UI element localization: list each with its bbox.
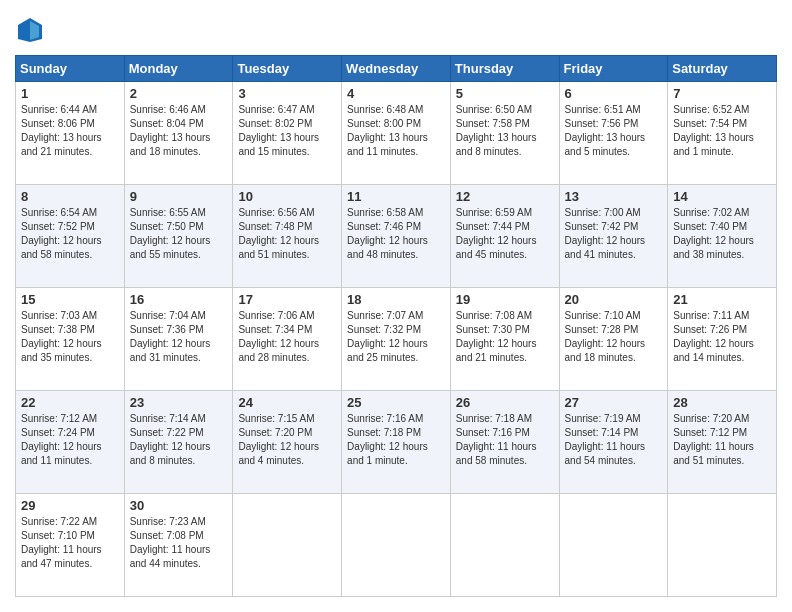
weekday-header-tuesday: Tuesday — [233, 56, 342, 82]
day-cell: 27Sunrise: 7:19 AM Sunset: 7:14 PM Dayli… — [559, 391, 668, 494]
calendar: SundayMondayTuesdayWednesdayThursdayFrid… — [15, 55, 777, 597]
day-info: Sunrise: 7:08 AM Sunset: 7:30 PM Dayligh… — [456, 309, 554, 365]
day-cell: 15Sunrise: 7:03 AM Sunset: 7:38 PM Dayli… — [16, 288, 125, 391]
day-number: 24 — [238, 395, 336, 410]
day-number: 10 — [238, 189, 336, 204]
day-cell: 28Sunrise: 7:20 AM Sunset: 7:12 PM Dayli… — [668, 391, 777, 494]
weekday-header-thursday: Thursday — [450, 56, 559, 82]
day-cell: 7Sunrise: 6:52 AM Sunset: 7:54 PM Daylig… — [668, 82, 777, 185]
day-info: Sunrise: 7:22 AM Sunset: 7:10 PM Dayligh… — [21, 515, 119, 571]
day-number: 9 — [130, 189, 228, 204]
day-number: 12 — [456, 189, 554, 204]
week-row-3: 15Sunrise: 7:03 AM Sunset: 7:38 PM Dayli… — [16, 288, 777, 391]
day-info: Sunrise: 6:52 AM Sunset: 7:54 PM Dayligh… — [673, 103, 771, 159]
day-cell: 14Sunrise: 7:02 AM Sunset: 7:40 PM Dayli… — [668, 185, 777, 288]
day-info: Sunrise: 6:44 AM Sunset: 8:06 PM Dayligh… — [21, 103, 119, 159]
day-info: Sunrise: 7:11 AM Sunset: 7:26 PM Dayligh… — [673, 309, 771, 365]
day-cell: 16Sunrise: 7:04 AM Sunset: 7:36 PM Dayli… — [124, 288, 233, 391]
day-number: 11 — [347, 189, 445, 204]
day-number: 6 — [565, 86, 663, 101]
day-number: 21 — [673, 292, 771, 307]
day-info: Sunrise: 6:50 AM Sunset: 7:58 PM Dayligh… — [456, 103, 554, 159]
day-cell: 30Sunrise: 7:23 AM Sunset: 7:08 PM Dayli… — [124, 494, 233, 597]
day-number: 18 — [347, 292, 445, 307]
day-cell: 13Sunrise: 7:00 AM Sunset: 7:42 PM Dayli… — [559, 185, 668, 288]
day-number: 7 — [673, 86, 771, 101]
day-info: Sunrise: 6:46 AM Sunset: 8:04 PM Dayligh… — [130, 103, 228, 159]
day-cell: 24Sunrise: 7:15 AM Sunset: 7:20 PM Dayli… — [233, 391, 342, 494]
day-info: Sunrise: 7:03 AM Sunset: 7:38 PM Dayligh… — [21, 309, 119, 365]
day-number: 17 — [238, 292, 336, 307]
day-cell: 21Sunrise: 7:11 AM Sunset: 7:26 PM Dayli… — [668, 288, 777, 391]
day-cell: 2Sunrise: 6:46 AM Sunset: 8:04 PM Daylig… — [124, 82, 233, 185]
header — [15, 15, 777, 45]
day-cell: 29Sunrise: 7:22 AM Sunset: 7:10 PM Dayli… — [16, 494, 125, 597]
weekday-header-saturday: Saturday — [668, 56, 777, 82]
day-cell — [233, 494, 342, 597]
day-info: Sunrise: 6:55 AM Sunset: 7:50 PM Dayligh… — [130, 206, 228, 262]
logo-icon — [15, 15, 45, 45]
day-number: 1 — [21, 86, 119, 101]
day-info: Sunrise: 6:47 AM Sunset: 8:02 PM Dayligh… — [238, 103, 336, 159]
day-number: 19 — [456, 292, 554, 307]
day-number: 20 — [565, 292, 663, 307]
day-info: Sunrise: 6:58 AM Sunset: 7:46 PM Dayligh… — [347, 206, 445, 262]
day-info: Sunrise: 6:59 AM Sunset: 7:44 PM Dayligh… — [456, 206, 554, 262]
day-info: Sunrise: 6:48 AM Sunset: 8:00 PM Dayligh… — [347, 103, 445, 159]
week-row-2: 8Sunrise: 6:54 AM Sunset: 7:52 PM Daylig… — [16, 185, 777, 288]
day-cell: 22Sunrise: 7:12 AM Sunset: 7:24 PM Dayli… — [16, 391, 125, 494]
day-info: Sunrise: 7:07 AM Sunset: 7:32 PM Dayligh… — [347, 309, 445, 365]
day-number: 4 — [347, 86, 445, 101]
day-cell: 20Sunrise: 7:10 AM Sunset: 7:28 PM Dayli… — [559, 288, 668, 391]
day-info: Sunrise: 7:06 AM Sunset: 7:34 PM Dayligh… — [238, 309, 336, 365]
day-info: Sunrise: 6:51 AM Sunset: 7:56 PM Dayligh… — [565, 103, 663, 159]
day-number: 14 — [673, 189, 771, 204]
day-info: Sunrise: 7:14 AM Sunset: 7:22 PM Dayligh… — [130, 412, 228, 468]
day-info: Sunrise: 7:12 AM Sunset: 7:24 PM Dayligh… — [21, 412, 119, 468]
day-info: Sunrise: 7:16 AM Sunset: 7:18 PM Dayligh… — [347, 412, 445, 468]
day-info: Sunrise: 7:23 AM Sunset: 7:08 PM Dayligh… — [130, 515, 228, 571]
day-number: 8 — [21, 189, 119, 204]
day-cell — [668, 494, 777, 597]
day-cell: 6Sunrise: 6:51 AM Sunset: 7:56 PM Daylig… — [559, 82, 668, 185]
day-cell: 19Sunrise: 7:08 AM Sunset: 7:30 PM Dayli… — [450, 288, 559, 391]
day-cell: 23Sunrise: 7:14 AM Sunset: 7:22 PM Dayli… — [124, 391, 233, 494]
day-cell: 11Sunrise: 6:58 AM Sunset: 7:46 PM Dayli… — [342, 185, 451, 288]
weekday-header-row: SundayMondayTuesdayWednesdayThursdayFrid… — [16, 56, 777, 82]
week-row-4: 22Sunrise: 7:12 AM Sunset: 7:24 PM Dayli… — [16, 391, 777, 494]
day-cell: 3Sunrise: 6:47 AM Sunset: 8:02 PM Daylig… — [233, 82, 342, 185]
day-cell — [342, 494, 451, 597]
day-cell: 17Sunrise: 7:06 AM Sunset: 7:34 PM Dayli… — [233, 288, 342, 391]
day-info: Sunrise: 6:54 AM Sunset: 7:52 PM Dayligh… — [21, 206, 119, 262]
day-info: Sunrise: 7:10 AM Sunset: 7:28 PM Dayligh… — [565, 309, 663, 365]
day-info: Sunrise: 7:00 AM Sunset: 7:42 PM Dayligh… — [565, 206, 663, 262]
day-info: Sunrise: 7:18 AM Sunset: 7:16 PM Dayligh… — [456, 412, 554, 468]
week-row-1: 1Sunrise: 6:44 AM Sunset: 8:06 PM Daylig… — [16, 82, 777, 185]
day-info: Sunrise: 7:20 AM Sunset: 7:12 PM Dayligh… — [673, 412, 771, 468]
day-number: 26 — [456, 395, 554, 410]
weekday-header-wednesday: Wednesday — [342, 56, 451, 82]
day-number: 29 — [21, 498, 119, 513]
day-info: Sunrise: 6:56 AM Sunset: 7:48 PM Dayligh… — [238, 206, 336, 262]
day-cell: 26Sunrise: 7:18 AM Sunset: 7:16 PM Dayli… — [450, 391, 559, 494]
day-cell: 4Sunrise: 6:48 AM Sunset: 8:00 PM Daylig… — [342, 82, 451, 185]
day-cell: 8Sunrise: 6:54 AM Sunset: 7:52 PM Daylig… — [16, 185, 125, 288]
day-cell: 10Sunrise: 6:56 AM Sunset: 7:48 PM Dayli… — [233, 185, 342, 288]
day-number: 22 — [21, 395, 119, 410]
day-number: 5 — [456, 86, 554, 101]
day-number: 15 — [21, 292, 119, 307]
day-number: 13 — [565, 189, 663, 204]
day-cell: 12Sunrise: 6:59 AM Sunset: 7:44 PM Dayli… — [450, 185, 559, 288]
day-info: Sunrise: 7:19 AM Sunset: 7:14 PM Dayligh… — [565, 412, 663, 468]
weekday-header-friday: Friday — [559, 56, 668, 82]
day-cell: 18Sunrise: 7:07 AM Sunset: 7:32 PM Dayli… — [342, 288, 451, 391]
day-cell — [450, 494, 559, 597]
day-cell — [559, 494, 668, 597]
day-number: 28 — [673, 395, 771, 410]
weekday-header-monday: Monday — [124, 56, 233, 82]
day-number: 3 — [238, 86, 336, 101]
weekday-header-sunday: Sunday — [16, 56, 125, 82]
day-info: Sunrise: 7:02 AM Sunset: 7:40 PM Dayligh… — [673, 206, 771, 262]
day-number: 25 — [347, 395, 445, 410]
day-number: 30 — [130, 498, 228, 513]
